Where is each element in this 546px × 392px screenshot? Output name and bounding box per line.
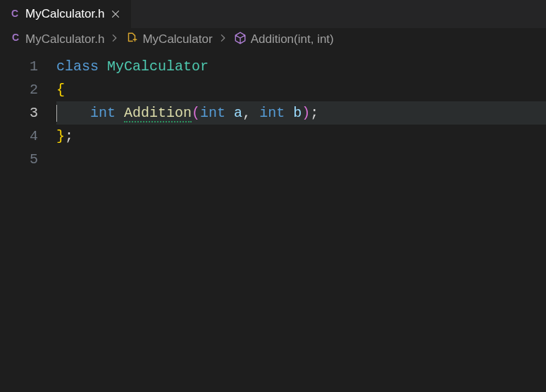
param-name: b xyxy=(293,105,302,121)
param-name: a xyxy=(234,105,242,121)
svg-text:C: C xyxy=(11,8,18,19)
c-file-icon: C xyxy=(10,32,21,47)
code-line-active: int Addition(int a, int b); xyxy=(56,101,546,125)
brace: { xyxy=(56,82,65,98)
type-name: MyCalculator xyxy=(107,58,209,75)
keyword: int xyxy=(200,105,225,121)
line-number: 5 xyxy=(0,148,38,171)
code-line: class MyCalculator xyxy=(56,55,546,78)
breadcrumb: C MyCalculator.h MyCalculator Addition(i… xyxy=(0,28,546,51)
paren-open: ( xyxy=(192,105,200,121)
comma: , xyxy=(242,105,251,121)
paren-close: ) xyxy=(302,105,310,121)
code-line: }; xyxy=(56,125,546,148)
line-number-gutter: 1 2 3 4 5 xyxy=(0,51,56,392)
code-line: { xyxy=(56,78,546,101)
c-file-icon: C xyxy=(8,8,21,20)
chevron-right-icon xyxy=(218,32,228,46)
chevron-right-icon xyxy=(110,32,120,46)
breadcrumb-method-label: Addition(int, int) xyxy=(251,32,334,46)
breadcrumb-method[interactable]: Addition(int, int) xyxy=(234,32,334,48)
semicolon: ; xyxy=(310,105,318,121)
indent xyxy=(56,105,90,121)
breadcrumb-class-label: MyCalculator xyxy=(142,32,212,46)
code-editor[interactable]: 1 2 3 4 5 class MyCalculator { int Addit… xyxy=(0,51,546,392)
method-icon xyxy=(234,32,247,48)
line-number: 3 xyxy=(0,101,38,125)
breadcrumb-class[interactable]: MyCalculator xyxy=(125,32,212,48)
svg-text:C: C xyxy=(12,32,19,43)
breadcrumb-file[interactable]: C MyCalculator.h xyxy=(10,32,104,47)
tab-bar: C MyCalculator.h xyxy=(0,0,546,28)
breadcrumb-file-label: MyCalculator.h xyxy=(25,32,104,46)
line-number: 1 xyxy=(0,55,38,78)
keyword: class xyxy=(56,58,99,75)
class-icon xyxy=(125,32,138,48)
brace: } xyxy=(56,128,65,144)
keyword: int xyxy=(259,105,285,121)
tab-mycalculator[interactable]: C MyCalculator.h xyxy=(0,0,132,28)
close-icon[interactable] xyxy=(108,7,123,21)
line-number: 4 xyxy=(0,125,38,148)
function-name: Addition xyxy=(124,105,192,122)
semicolon: ; xyxy=(65,128,73,144)
code-line xyxy=(56,148,546,171)
tab-label: MyCalculator.h xyxy=(25,7,104,21)
code-area[interactable]: class MyCalculator { int Addition(int a,… xyxy=(56,51,546,392)
keyword: int xyxy=(90,105,116,121)
line-number: 2 xyxy=(0,78,38,101)
